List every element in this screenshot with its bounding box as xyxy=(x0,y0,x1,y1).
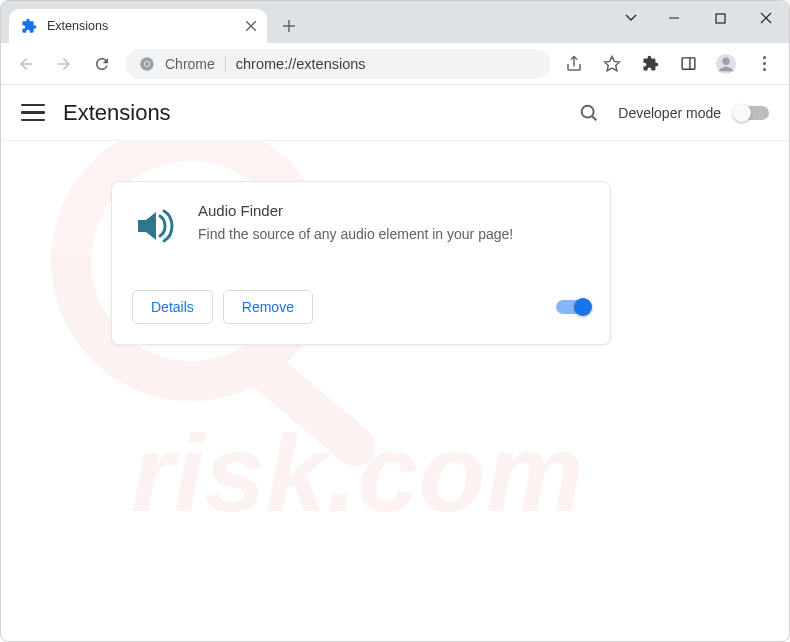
svg-marker-12 xyxy=(605,56,620,70)
chrome-logo-icon xyxy=(139,56,155,72)
svg-point-16 xyxy=(722,57,729,64)
maximize-button[interactable] xyxy=(697,1,743,35)
speaker-icon xyxy=(132,202,180,250)
share-icon[interactable] xyxy=(559,49,589,79)
enable-toggle[interactable] xyxy=(556,300,590,314)
sidepanel-icon[interactable] xyxy=(673,49,703,79)
browser-window: Extensions xyxy=(0,0,790,642)
developer-mode-label: Developer mode xyxy=(618,105,721,121)
svg-point-10 xyxy=(145,61,149,65)
address-bar: Chrome chrome://extensions xyxy=(1,43,789,85)
svg-line-22 xyxy=(592,115,596,119)
minimize-button[interactable] xyxy=(651,1,697,35)
window-controls xyxy=(611,1,789,39)
tab-title: Extensions xyxy=(47,19,233,33)
separator xyxy=(225,56,226,72)
back-button[interactable] xyxy=(11,49,41,79)
bookmark-icon[interactable] xyxy=(597,49,627,79)
extension-name: Audio Finder xyxy=(198,202,590,219)
extensions-header: Extensions Developer mode xyxy=(1,85,789,141)
reload-button[interactable] xyxy=(87,49,117,79)
titlebar: Extensions xyxy=(1,1,789,43)
svg-rect-13 xyxy=(682,58,695,69)
extension-description: Find the source of any audio element in … xyxy=(198,225,590,245)
menu-icon[interactable] xyxy=(21,101,45,125)
extension-card: Audio Finder Find the source of any audi… xyxy=(111,181,611,345)
remove-button[interactable]: Remove xyxy=(223,290,313,324)
menu-button[interactable] xyxy=(749,49,779,79)
close-window-button[interactable] xyxy=(743,1,789,35)
browser-tab[interactable]: Extensions xyxy=(9,9,267,43)
close-icon[interactable] xyxy=(243,18,259,34)
forward-button[interactable] xyxy=(49,49,79,79)
svg-text:risk.com: risk.com xyxy=(131,411,583,534)
extensions-icon[interactable] xyxy=(635,49,665,79)
omnibox[interactable]: Chrome chrome://extensions xyxy=(125,49,551,79)
content-area: Audio Finder Find the source of any audi… xyxy=(1,141,789,385)
svg-rect-5 xyxy=(716,14,725,23)
url-text: chrome://extensions xyxy=(236,56,537,72)
puzzle-icon xyxy=(21,18,37,34)
new-tab-button[interactable] xyxy=(275,12,303,40)
page-title: Extensions xyxy=(63,100,556,126)
chevron-down-icon[interactable] xyxy=(611,1,651,35)
svg-point-21 xyxy=(582,105,594,117)
scheme-label: Chrome xyxy=(165,56,215,72)
profile-icon[interactable] xyxy=(711,49,741,79)
details-button[interactable]: Details xyxy=(132,290,213,324)
developer-mode-toggle[interactable] xyxy=(735,106,769,120)
search-icon[interactable] xyxy=(574,98,604,128)
